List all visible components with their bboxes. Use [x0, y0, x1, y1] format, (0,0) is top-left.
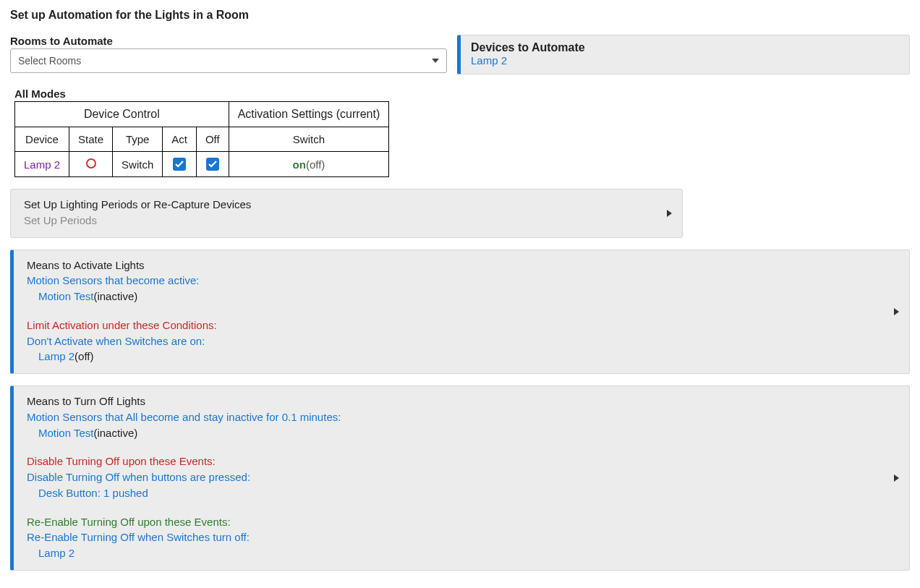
activate-title: Means to Activate Lights — [27, 257, 896, 273]
switch-cell: on(off) — [229, 152, 389, 177]
page-title: Set up Automation for the Lights in a Ro… — [10, 9, 910, 22]
devices-to-automate-title: Devices to Automate — [471, 41, 899, 54]
activate-motion-sensor[interactable]: Motion Test — [38, 290, 93, 302]
off-disable-label: Disable Turning Off upon these Events: — [27, 455, 216, 467]
caret-down-icon — [432, 59, 439, 63]
devices-to-automate-item[interactable]: Lamp 2 — [471, 54, 899, 67]
check-icon — [175, 160, 184, 169]
type-cell: Switch — [113, 152, 163, 177]
rooms-label: Rooms to Automate — [10, 35, 447, 47]
th-device: Device — [15, 127, 69, 152]
act-checkbox[interactable] — [173, 158, 186, 171]
device-link[interactable]: Lamp 2 — [24, 158, 60, 171]
th-state: State — [69, 127, 113, 152]
activate-limit-label: Limit Activation under these Conditions: — [27, 319, 217, 331]
off-reenable-sub: Re-Enable Turning Off when Switches turn… — [27, 531, 250, 543]
turn-off-lights-card[interactable]: Means to Turn Off Lights Motion Sensors … — [10, 385, 910, 571]
chevron-right-icon[interactable] — [894, 474, 899, 482]
off-cell — [196, 152, 229, 177]
act-cell — [163, 152, 197, 177]
activate-dont-label: Don't Activate when Switches are on: — [27, 335, 205, 347]
chevron-right-icon[interactable] — [894, 308, 899, 315]
off-checkbox[interactable] — [206, 158, 219, 171]
check-icon — [208, 160, 217, 169]
activate-motion-label: Motion Sensors that become active: — [27, 274, 199, 286]
th-act: Act — [163, 127, 197, 152]
activate-motion-state: (inactive) — [93, 290, 137, 302]
setup-periods-card[interactable]: Set Up Lighting Periods or Re-Capture De… — [10, 189, 683, 238]
off-reenable-item[interactable]: Lamp 2 — [27, 545, 74, 561]
switch-on-value: on — [293, 158, 306, 171]
chevron-right-icon[interactable] — [667, 210, 672, 217]
table-row: Lamp 2 Switch on(off) — [15, 152, 389, 177]
off-reenable-label: Re-Enable Turning Off upon these Events: — [27, 516, 231, 528]
off-motion-label: Motion Sensors that All become and stay … — [27, 411, 341, 423]
top-row: Rooms to Automate Select Rooms Devices t… — [10, 35, 910, 74]
device-control-table: Device Control Activation Settings (curr… — [14, 101, 389, 177]
off-motion-state: (inactive) — [93, 427, 137, 439]
off-motion-sensor[interactable]: Motion Test — [38, 427, 93, 439]
off-disable-item[interactable]: Desk Button: 1 pushed — [27, 485, 148, 501]
devices-to-automate-card: Devices to Automate Lamp 2 — [457, 35, 910, 74]
table-header-groups: Device Control Activation Settings (curr… — [15, 102, 389, 127]
th-switch: Switch — [229, 127, 389, 152]
activate-dont-item[interactable]: Lamp 2 — [38, 350, 74, 362]
off-title: Means to Turn Off Lights — [27, 393, 896, 409]
setup-periods-title: Set Up Lighting Periods or Re-Capture De… — [24, 197, 669, 213]
table-header-cols: Device State Type Act Off Switch — [15, 127, 389, 152]
state-cell — [69, 152, 113, 177]
th-activation-settings: Activation Settings (current) — [229, 102, 389, 127]
state-off-icon — [86, 158, 96, 169]
switch-off-value: (off) — [306, 158, 325, 171]
rooms-select-placeholder: Select Rooms — [18, 55, 81, 67]
th-off: Off — [196, 127, 229, 152]
th-type: Type — [113, 127, 163, 152]
activate-lights-card[interactable]: Means to Activate Lights Motion Sensors … — [10, 250, 910, 375]
off-disable-sub: Disable Turning Off when buttons are pre… — [27, 471, 250, 483]
all-modes-label: All Modes — [14, 88, 910, 100]
th-device-control: Device Control — [15, 102, 229, 127]
rooms-select[interactable]: Select Rooms — [10, 48, 447, 73]
rooms-column: Rooms to Automate Select Rooms — [10, 35, 447, 73]
setup-periods-sub: Set Up Periods — [24, 213, 669, 229]
activate-dont-state: (off) — [74, 350, 93, 362]
